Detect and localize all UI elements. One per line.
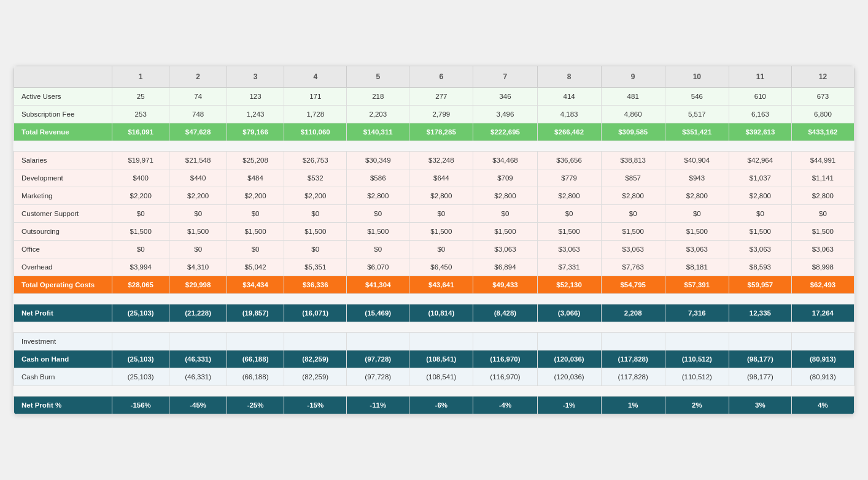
cash-on-hand-9: (117,828) bbox=[601, 350, 665, 368]
investment-7 bbox=[473, 333, 537, 350]
outsourcing-label: Outsourcing bbox=[14, 223, 112, 241]
subscription-fee-3: 1,243 bbox=[227, 106, 284, 123]
office-7: $3,063 bbox=[473, 241, 537, 258]
cash-on-hand-label: Cash on Hand bbox=[14, 350, 112, 368]
outsourcing-12: $1,500 bbox=[791, 223, 854, 241]
net-profit-7: (8,428) bbox=[473, 304, 537, 322]
development-6: $644 bbox=[409, 169, 473, 187]
net-profit-pct-row: Net Profit % -156% -45% -25% -15% -11% -… bbox=[14, 397, 854, 414]
development-2: $440 bbox=[169, 169, 227, 187]
total-operating-costs-7: $49,433 bbox=[473, 276, 537, 294]
header-col-4: 4 bbox=[284, 66, 347, 88]
active-users-1: 25 bbox=[112, 88, 169, 106]
net-profit-8: (3,066) bbox=[537, 304, 601, 322]
investment-1 bbox=[112, 333, 169, 350]
office-11: $3,063 bbox=[729, 241, 791, 258]
active-users-5: 218 bbox=[347, 88, 409, 106]
subscription-fee-10: 5,517 bbox=[665, 106, 729, 123]
salaries-4: $26,753 bbox=[284, 152, 347, 169]
active-users-2: 74 bbox=[169, 88, 227, 106]
development-label: Development bbox=[14, 169, 112, 187]
cash-burn-2: (46,331) bbox=[169, 368, 227, 386]
marketing-9: $2,800 bbox=[601, 187, 665, 205]
cash-on-hand-3: (66,188) bbox=[227, 350, 284, 368]
total-operating-costs-2: $29,998 bbox=[169, 276, 227, 294]
salaries-row: Salaries $19,971 $21,548 $25,208 $26,753… bbox=[14, 152, 854, 169]
customer-support-6: $0 bbox=[409, 205, 473, 223]
header-col-11: 11 bbox=[729, 66, 791, 88]
total-revenue-10: $351,421 bbox=[665, 123, 729, 141]
marketing-11: $2,800 bbox=[729, 187, 791, 205]
cash-on-hand-10: (110,512) bbox=[665, 350, 729, 368]
salaries-10: $40,904 bbox=[665, 152, 729, 169]
overhead-6: $6,450 bbox=[409, 258, 473, 276]
header-col-2: 2 bbox=[169, 66, 227, 88]
investment-label: Investment bbox=[14, 333, 112, 350]
total-revenue-11: $392,613 bbox=[729, 123, 791, 141]
customer-support-8: $0 bbox=[537, 205, 601, 223]
total-operating-costs-11: $59,957 bbox=[729, 276, 791, 294]
total-operating-costs-12: $62,493 bbox=[791, 276, 854, 294]
investment-8 bbox=[537, 333, 601, 350]
development-10: $943 bbox=[665, 169, 729, 187]
overhead-row: Overhead $3,994 $4,310 $5,042 $5,351 $6,… bbox=[14, 258, 854, 276]
net-profit-pct-label: Net Profit % bbox=[14, 397, 112, 414]
office-2: $0 bbox=[169, 241, 227, 258]
total-revenue-3: $79,166 bbox=[227, 123, 284, 141]
investment-4 bbox=[284, 333, 347, 350]
outsourcing-9: $1,500 bbox=[601, 223, 665, 241]
subscription-fee-8: 4,183 bbox=[537, 106, 601, 123]
cash-on-hand-4: (82,259) bbox=[284, 350, 347, 368]
net-profit-label: Net Profit bbox=[14, 304, 112, 322]
marketing-10: $2,800 bbox=[665, 187, 729, 205]
total-operating-costs-label: Total Operating Costs bbox=[14, 276, 112, 294]
cash-burn-1: (25,103) bbox=[112, 368, 169, 386]
development-12: $1,141 bbox=[791, 169, 854, 187]
net-profit-pct-1: -156% bbox=[112, 397, 169, 414]
net-profit-pct-3: -25% bbox=[227, 397, 284, 414]
net-profit-1: (25,103) bbox=[112, 304, 169, 322]
investment-2 bbox=[169, 333, 227, 350]
active-users-row: Active Users 25 74 123 171 218 277 346 4… bbox=[14, 88, 854, 106]
marketing-4: $2,200 bbox=[284, 187, 347, 205]
cash-burn-7: (116,970) bbox=[473, 368, 537, 386]
header-row: 1 2 3 4 5 6 7 8 9 10 11 12 bbox=[14, 66, 854, 88]
spacer-4 bbox=[14, 386, 854, 397]
marketing-2: $2,200 bbox=[169, 187, 227, 205]
overhead-label: Overhead bbox=[14, 258, 112, 276]
development-3: $484 bbox=[227, 169, 284, 187]
outsourcing-4: $1,500 bbox=[284, 223, 347, 241]
customer-support-10: $0 bbox=[665, 205, 729, 223]
net-profit-2: (21,228) bbox=[169, 304, 227, 322]
subscription-fee-2: 748 bbox=[169, 106, 227, 123]
active-users-7: 346 bbox=[473, 88, 537, 106]
header-col-9: 9 bbox=[601, 66, 665, 88]
salaries-3: $25,208 bbox=[227, 152, 284, 169]
office-10: $3,063 bbox=[665, 241, 729, 258]
overhead-9: $7,763 bbox=[601, 258, 665, 276]
total-revenue-4: $110,060 bbox=[284, 123, 347, 141]
office-label: Office bbox=[14, 241, 112, 258]
salaries-9: $38,813 bbox=[601, 152, 665, 169]
outsourcing-5: $1,500 bbox=[347, 223, 409, 241]
net-profit-3: (19,857) bbox=[227, 304, 284, 322]
total-revenue-2: $47,628 bbox=[169, 123, 227, 141]
header-col-12: 12 bbox=[791, 66, 854, 88]
cash-on-hand-5: (97,728) bbox=[347, 350, 409, 368]
net-profit-pct-5: -11% bbox=[347, 397, 409, 414]
cash-burn-4: (82,259) bbox=[284, 368, 347, 386]
outsourcing-6: $1,500 bbox=[409, 223, 473, 241]
salaries-11: $42,964 bbox=[729, 152, 791, 169]
cash-on-hand-7: (116,970) bbox=[473, 350, 537, 368]
overhead-11: $8,593 bbox=[729, 258, 791, 276]
subscription-fee-7: 3,496 bbox=[473, 106, 537, 123]
subscription-fee-11: 6,163 bbox=[729, 106, 791, 123]
subscription-fee-row: Subscription Fee 253 748 1,243 1,728 2,2… bbox=[14, 106, 854, 123]
customer-support-12: $0 bbox=[791, 205, 854, 223]
outsourcing-8: $1,500 bbox=[537, 223, 601, 241]
net-profit-10: 7,316 bbox=[665, 304, 729, 322]
investment-row: Investment bbox=[14, 333, 854, 350]
office-12: $3,063 bbox=[791, 241, 854, 258]
customer-support-2: $0 bbox=[169, 205, 227, 223]
net-profit-pct-12: 4% bbox=[791, 397, 854, 414]
